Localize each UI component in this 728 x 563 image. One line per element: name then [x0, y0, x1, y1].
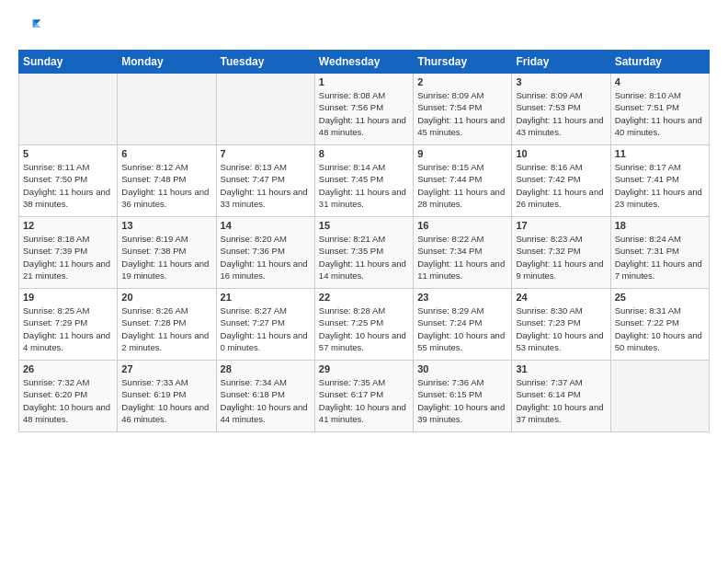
day-number: 12 [23, 220, 113, 231]
day-info: Sunrise: 7:32 AM Sunset: 6:20 PM Dayligh… [23, 376, 113, 425]
header [18, 15, 710, 40]
calendar-cell: 7Sunrise: 8:13 AM Sunset: 7:47 PM Daylig… [216, 145, 314, 217]
day-info: Sunrise: 8:28 AM Sunset: 7:25 PM Dayligh… [319, 304, 409, 353]
day-number: 21 [221, 292, 311, 303]
calendar-cell: 20Sunrise: 8:26 AM Sunset: 7:28 PM Dayli… [118, 289, 216, 361]
calendar-cell [610, 361, 709, 432]
day-number: 30 [417, 363, 507, 374]
day-info: Sunrise: 8:09 AM Sunset: 7:53 PM Dayligh… [516, 89, 606, 138]
calendar-cell: 27Sunrise: 7:33 AM Sunset: 6:19 PM Dayli… [118, 361, 216, 432]
calendar-cell: 3Sunrise: 8:09 AM Sunset: 7:53 PM Daylig… [512, 74, 610, 145]
day-info: Sunrise: 8:09 AM Sunset: 7:54 PM Dayligh… [417, 89, 507, 138]
day-number: 23 [417, 292, 507, 303]
calendar-cell: 18Sunrise: 8:24 AM Sunset: 7:31 PM Dayli… [610, 217, 709, 289]
calendar-header: SundayMondayTuesdayWednesdayThursdayFrid… [19, 51, 710, 74]
day-number: 16 [417, 220, 507, 231]
day-number: 5 [23, 148, 113, 159]
logo-icon [18, 15, 44, 40]
day-info: Sunrise: 8:10 AM Sunset: 7:51 PM Dayligh… [615, 89, 705, 138]
day-number: 27 [121, 363, 211, 374]
day-number: 29 [319, 363, 409, 374]
day-info: Sunrise: 8:14 AM Sunset: 7:45 PM Dayligh… [319, 161, 409, 210]
day-info: Sunrise: 8:18 AM Sunset: 7:39 PM Dayligh… [23, 233, 113, 282]
day-number: 4 [615, 76, 705, 87]
calendar-cell: 6Sunrise: 8:12 AM Sunset: 7:48 PM Daylig… [118, 145, 216, 217]
day-number: 15 [319, 220, 409, 231]
day-info: Sunrise: 8:29 AM Sunset: 7:24 PM Dayligh… [417, 304, 507, 353]
calendar-cell: 15Sunrise: 8:21 AM Sunset: 7:35 PM Dayli… [314, 217, 413, 289]
day-number: 2 [417, 76, 507, 87]
day-info: Sunrise: 8:27 AM Sunset: 7:27 PM Dayligh… [221, 304, 311, 353]
week-row-3: 12Sunrise: 8:18 AM Sunset: 7:39 PM Dayli… [19, 217, 710, 289]
day-info: Sunrise: 8:31 AM Sunset: 7:22 PM Dayligh… [615, 304, 705, 353]
day-info: Sunrise: 7:33 AM Sunset: 6:19 PM Dayligh… [121, 376, 211, 425]
day-number: 24 [516, 292, 606, 303]
day-number: 22 [319, 292, 409, 303]
calendar-cell: 4Sunrise: 8:10 AM Sunset: 7:51 PM Daylig… [610, 74, 709, 145]
calendar-cell: 24Sunrise: 8:30 AM Sunset: 7:23 PM Dayli… [512, 289, 610, 361]
header-day-friday: Friday [512, 51, 610, 74]
day-number: 14 [221, 220, 311, 231]
calendar-cell: 9Sunrise: 8:15 AM Sunset: 7:44 PM Daylig… [414, 145, 512, 217]
day-number: 1 [319, 76, 409, 87]
header-day-wednesday: Wednesday [314, 51, 413, 74]
day-number: 11 [615, 148, 705, 159]
day-number: 20 [121, 292, 211, 303]
calendar-cell: 31Sunrise: 7:37 AM Sunset: 6:14 PM Dayli… [512, 361, 610, 432]
day-info: Sunrise: 7:35 AM Sunset: 6:17 PM Dayligh… [319, 376, 409, 425]
day-number: 25 [615, 292, 705, 303]
day-info: Sunrise: 7:34 AM Sunset: 6:18 PM Dayligh… [221, 376, 311, 425]
header-row: SundayMondayTuesdayWednesdayThursdayFrid… [19, 51, 710, 74]
day-info: Sunrise: 8:17 AM Sunset: 7:41 PM Dayligh… [615, 161, 705, 210]
week-row-5: 26Sunrise: 7:32 AM Sunset: 6:20 PM Dayli… [19, 361, 710, 432]
day-info: Sunrise: 8:08 AM Sunset: 7:56 PM Dayligh… [319, 89, 409, 138]
day-info: Sunrise: 8:26 AM Sunset: 7:28 PM Dayligh… [121, 304, 211, 353]
day-number: 17 [516, 220, 606, 231]
calendar-cell: 12Sunrise: 8:18 AM Sunset: 7:39 PM Dayli… [19, 217, 118, 289]
day-info: Sunrise: 8:22 AM Sunset: 7:34 PM Dayligh… [417, 233, 507, 282]
calendar-body: 1Sunrise: 8:08 AM Sunset: 7:56 PM Daylig… [19, 74, 710, 432]
day-info: Sunrise: 8:12 AM Sunset: 7:48 PM Dayligh… [121, 161, 211, 210]
calendar-cell: 8Sunrise: 8:14 AM Sunset: 7:45 PM Daylig… [314, 145, 413, 217]
day-number: 6 [121, 148, 211, 159]
day-number: 10 [516, 148, 606, 159]
day-info: Sunrise: 8:20 AM Sunset: 7:36 PM Dayligh… [221, 233, 311, 282]
calendar-cell: 21Sunrise: 8:27 AM Sunset: 7:27 PM Dayli… [216, 289, 314, 361]
day-number: 9 [417, 148, 507, 159]
calendar-cell: 2Sunrise: 8:09 AM Sunset: 7:54 PM Daylig… [414, 74, 512, 145]
calendar-cell: 5Sunrise: 8:11 AM Sunset: 7:50 PM Daylig… [19, 145, 118, 217]
day-info: Sunrise: 7:37 AM Sunset: 6:14 PM Dayligh… [516, 376, 606, 425]
day-info: Sunrise: 8:30 AM Sunset: 7:23 PM Dayligh… [516, 304, 606, 353]
calendar-cell: 28Sunrise: 7:34 AM Sunset: 6:18 PM Dayli… [216, 361, 314, 432]
header-day-thursday: Thursday [414, 51, 512, 74]
day-number: 3 [516, 76, 606, 87]
calendar-cell: 22Sunrise: 8:28 AM Sunset: 7:25 PM Dayli… [314, 289, 413, 361]
day-number: 26 [23, 363, 113, 374]
calendar-cell: 29Sunrise: 7:35 AM Sunset: 6:17 PM Dayli… [314, 361, 413, 432]
day-number: 19 [23, 292, 113, 303]
day-info: Sunrise: 8:25 AM Sunset: 7:29 PM Dayligh… [23, 304, 113, 353]
day-info: Sunrise: 8:19 AM Sunset: 7:38 PM Dayligh… [121, 233, 211, 282]
calendar-cell [118, 74, 216, 145]
day-info: Sunrise: 8:21 AM Sunset: 7:35 PM Dayligh… [319, 233, 409, 282]
week-row-4: 19Sunrise: 8:25 AM Sunset: 7:29 PM Dayli… [19, 289, 710, 361]
calendar-cell: 1Sunrise: 8:08 AM Sunset: 7:56 PM Daylig… [314, 74, 413, 145]
calendar-cell: 26Sunrise: 7:32 AM Sunset: 6:20 PM Dayli… [19, 361, 118, 432]
calendar-cell: 30Sunrise: 7:36 AM Sunset: 6:15 PM Dayli… [414, 361, 512, 432]
day-info: Sunrise: 7:36 AM Sunset: 6:15 PM Dayligh… [417, 376, 507, 425]
calendar-cell: 17Sunrise: 8:23 AM Sunset: 7:32 PM Dayli… [512, 217, 610, 289]
day-number: 18 [615, 220, 705, 231]
day-info: Sunrise: 8:16 AM Sunset: 7:42 PM Dayligh… [516, 161, 606, 210]
day-info: Sunrise: 8:15 AM Sunset: 7:44 PM Dayligh… [417, 161, 507, 210]
page: SundayMondayTuesdayWednesdayThursdayFrid… [0, 0, 728, 442]
day-number: 7 [221, 148, 311, 159]
day-number: 8 [319, 148, 409, 159]
calendar-cell: 10Sunrise: 8:16 AM Sunset: 7:42 PM Dayli… [512, 145, 610, 217]
header-day-tuesday: Tuesday [216, 51, 314, 74]
calendar-cell: 25Sunrise: 8:31 AM Sunset: 7:22 PM Dayli… [610, 289, 709, 361]
calendar-cell [19, 74, 118, 145]
day-info: Sunrise: 8:11 AM Sunset: 7:50 PM Dayligh… [23, 161, 113, 210]
logo [18, 15, 48, 40]
calendar-cell: 11Sunrise: 8:17 AM Sunset: 7:41 PM Dayli… [610, 145, 709, 217]
calendar-cell [216, 74, 314, 145]
